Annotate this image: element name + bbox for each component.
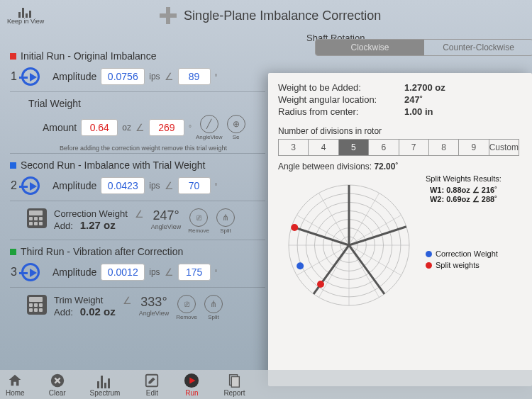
angle-icon: ╱: [200, 115, 218, 133]
division-option[interactable]: 7: [399, 140, 429, 155]
trim-weight-title: Trim Weight: [54, 295, 116, 305]
bars-icon: [18, 6, 33, 18]
weight-added-label: Weight to be Added:: [278, 82, 399, 93]
enter-run-icon[interactable]: [21, 263, 40, 281]
run-number-2: 2: [10, 179, 17, 192]
division-option[interactable]: 6: [369, 140, 399, 155]
angle-between-label: Angle between divisions:: [278, 162, 372, 172]
bottom-toolbar: Home Clear Spectrum Edit Run Report: [0, 370, 532, 399]
amplitude-label: Amplitude: [52, 71, 96, 82]
square-blue-icon: [10, 162, 16, 169]
target-icon: ⊕: [227, 115, 245, 133]
divider: [10, 91, 265, 92]
seg-counter-clockwise[interactable]: Counter-Clockwise: [424, 40, 532, 55]
split-icon: ⋔: [204, 295, 223, 313]
bars-icon: [97, 373, 113, 388]
angle-between-value: 72.00˚: [374, 162, 398, 172]
document-icon: [226, 373, 242, 388]
play-circle-icon: [184, 373, 199, 388]
calculator-icon: [27, 208, 47, 228]
spectrum-button[interactable]: Spectrum: [90, 373, 121, 397]
angleview-button[interactable]: 247° AngleView: [151, 208, 181, 230]
initial-angle-input[interactable]: [178, 68, 211, 85]
divisions-label: Number of divisions in rotor: [278, 126, 522, 136]
enter-run-icon[interactable]: [21, 67, 40, 86]
split-button[interactable]: ⋔Split: [204, 295, 223, 320]
run-number-1: 1: [10, 70, 17, 83]
svg-point-24: [297, 262, 304, 269]
split-button[interactable]: ⋔Split: [216, 208, 235, 234]
svg-line-20: [349, 227, 406, 245]
keep-label: Keep in View: [7, 18, 44, 25]
polar-chart: [278, 174, 420, 316]
svg-point-25: [317, 281, 324, 288]
home-icon: [7, 373, 23, 388]
angleview-button[interactable]: 333° AngleView: [139, 295, 169, 317]
trial-amount-input[interactable]: [81, 119, 118, 136]
division-option[interactable]: 9: [459, 140, 489, 155]
divider: [10, 153, 265, 154]
split-results-title: Split Weights Results:: [426, 174, 501, 183]
run-number-3: 3: [10, 266, 17, 279]
angular-loc-value: 247˚: [404, 94, 423, 105]
trial-angle-input[interactable]: [149, 119, 184, 136]
svg-line-21: [349, 245, 384, 294]
edit-icon: [144, 373, 160, 388]
unit-ips: ips: [149, 72, 160, 82]
division-option[interactable]: 5: [339, 140, 369, 155]
remove-button[interactable]: ⎚Remove: [188, 208, 209, 234]
plus-icon: [160, 7, 177, 24]
division-option[interactable]: 3: [279, 140, 309, 155]
weight-added-value: 1.2700 oz: [404, 82, 445, 93]
angleview-button[interactable]: ╱ AngleView: [196, 115, 223, 140]
remove-button[interactable]: ⎚Remove: [176, 295, 197, 320]
amount-label: Amount: [43, 122, 77, 133]
square-green-icon: [10, 249, 16, 255]
correction-value: 1.27 oz: [80, 219, 116, 231]
square-red-icon: [10, 53, 16, 60]
edit-button[interactable]: Edit: [144, 373, 160, 397]
keep-in-view-button[interactable]: Keep in View: [7, 6, 44, 25]
angle-symbol: ∠: [165, 71, 174, 82]
divisions-selector[interactable]: 3456789Custom: [278, 139, 519, 156]
legend-split: Split weights: [426, 261, 501, 269]
split-w2: W2: 0.69oz ∠ 288˚: [426, 195, 501, 204]
split-icon: ⋔: [216, 208, 235, 227]
run-button[interactable]: Run: [184, 373, 199, 397]
split-w1: W1: 0.88oz ∠ 216˚: [426, 186, 501, 195]
clear-button[interactable]: Clear: [49, 373, 66, 397]
initial-amplitude-input[interactable]: [101, 68, 145, 85]
division-option[interactable]: 8: [429, 140, 459, 155]
divider: [10, 287, 265, 288]
enter-run-icon[interactable]: [21, 176, 40, 195]
second-amplitude-input[interactable]: [101, 177, 145, 194]
svg-rect-31: [232, 376, 240, 387]
svg-point-26: [291, 224, 298, 231]
shaft-rotation-segmented[interactable]: Clockwise Counter-Clockwise: [315, 39, 532, 56]
legend-correction: Correction Weight: [426, 249, 501, 258]
results-overlay: Weight to be Added:1.2700 oz Weight angu…: [268, 73, 532, 386]
seek-button[interactable]: ⊕ Se: [227, 115, 245, 140]
angular-loc-label: Weight angular location:: [278, 94, 399, 105]
add-label: Add:: [54, 220, 73, 231]
division-option[interactable]: 4: [309, 140, 338, 155]
third-angle-input[interactable]: [178, 264, 211, 281]
division-option[interactable]: Custom: [489, 140, 519, 155]
radius-label: Radius from center:: [278, 106, 399, 117]
correction-weight-title: Correction Weight: [54, 208, 128, 219]
third-amplitude-input[interactable]: [101, 264, 145, 281]
close-circle-icon: [50, 373, 65, 388]
report-button[interactable]: Report: [223, 373, 245, 397]
trim-value: 0.02 oz: [80, 305, 116, 317]
degree-symbol: °: [215, 73, 218, 81]
trash-icon: ⎚: [189, 208, 208, 227]
seg-clockwise[interactable]: Clockwise: [316, 40, 424, 55]
divider: [10, 201, 265, 201]
page-title: Single-Plane Imbalance Correction: [44, 7, 497, 24]
angle-symbol: ∠: [135, 122, 145, 133]
radius-value: 1.00 in: [404, 106, 433, 117]
trash-icon: ⎚: [177, 295, 196, 313]
home-button[interactable]: Home: [6, 373, 25, 397]
second-angle-input[interactable]: [178, 177, 211, 194]
calculator-icon: [27, 295, 47, 315]
